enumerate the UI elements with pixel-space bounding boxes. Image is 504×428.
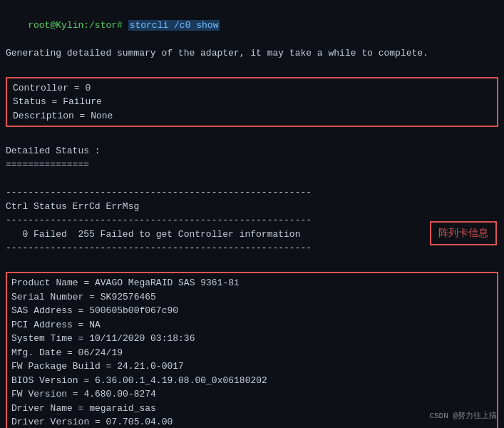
ctrl-data-row: 0 Failed 255 Failed to get Controller in… — [6, 228, 498, 242]
dashes-3: ----------------------------------------… — [6, 241, 498, 255]
serial-number: Serial Number = SK92576465 — [11, 290, 493, 305]
detailed-status-label: Detailed Status : — [6, 144, 498, 158]
driver-version: Driver Version = 07.705.04.00 — [11, 415, 493, 428]
sas-address: SAS Address = 500605b00f067c90 — [11, 304, 493, 318]
csdn-watermark: CSDN @努力往上搞 — [429, 410, 497, 421]
fw-version: FW Version = 4.680.00-8274 — [11, 387, 493, 402]
system-time: System Time = 10/11/2020 03:18:36 — [11, 332, 493, 346]
description-line: Description = None — [13, 109, 491, 123]
blank-4 — [6, 255, 498, 270]
terminal: root@Kylin:/stor# storcli /c0 show Gener… — [0, 0, 504, 428]
product-info-box: Product Name = AVAGO MegaRAID SAS 9361-8… — [6, 272, 498, 428]
mfg-date: Mfg. Date = 06/24/19 — [11, 346, 493, 360]
dashes-1: ----------------------------------------… — [6, 185, 498, 200]
command-text: storcli /c0 show — [128, 20, 220, 31]
controller-line: Controller = 0 — [13, 81, 491, 96]
blank-2 — [6, 130, 498, 144]
pci-address: PCI Address = NA — [11, 318, 493, 332]
dashes-2: ----------------------------------------… — [6, 213, 498, 228]
blank-3 — [6, 172, 498, 186]
product-name: Product Name = AVAGO MegaRAID SAS 9361-8… — [11, 276, 493, 290]
ctrl-header: Ctrl Status ErrCd ErrMsg — [6, 200, 498, 214]
bios-version: BIOS Version = 6.36.00.1_4.19.08.00_0x06… — [11, 374, 493, 388]
prompt-line: root@Kylin:/stor# storcli /c0 show — [6, 4, 498, 46]
fw-package: FW Package Build = 24.21.0-0017 — [11, 360, 493, 374]
controller-status-box: Controller = 0 Status = Failure Descript… — [6, 77, 498, 128]
driver-name: Driver Name = megaraid_sas — [11, 402, 493, 416]
generating-line: Generating detailed summary of the adapt… — [6, 46, 498, 61]
annotation-label: 阵列卡信息 — [430, 221, 497, 245]
blank-1 — [6, 60, 498, 74]
status-line: Status = Failure — [13, 95, 491, 109]
equals-bar: =============== — [6, 158, 498, 172]
prompt-text: root@Kylin:/stor# — [28, 20, 128, 31]
